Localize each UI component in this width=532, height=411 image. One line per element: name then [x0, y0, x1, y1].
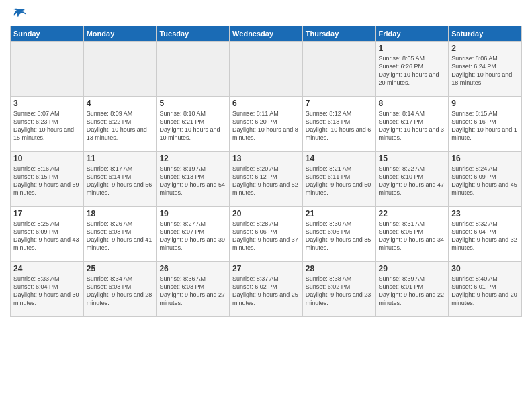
header — [10, 7, 522, 20]
calendar-week-4: 17Sunrise: 8:25 AM Sunset: 6:09 PM Dayli… — [11, 206, 522, 261]
col-header-saturday: Saturday — [449, 26, 522, 41]
day-info: Sunrise: 8:21 AM Sunset: 6:11 PM Dayligh… — [306, 165, 373, 197]
calendar-cell — [230, 41, 303, 96]
day-number: 25 — [87, 264, 154, 273]
calendar-cell — [302, 41, 375, 96]
calendar-cell: 30Sunrise: 8:40 AM Sunset: 6:01 PM Dayli… — [449, 261, 522, 316]
day-number: 27 — [232, 264, 300, 273]
day-number: 12 — [159, 154, 226, 163]
day-info: Sunrise: 8:28 AM Sunset: 6:06 PM Dayligh… — [232, 220, 300, 253]
day-number: 8 — [379, 99, 446, 108]
calendar-cell — [157, 41, 230, 96]
day-number: 23 — [451, 209, 519, 218]
day-info: Sunrise: 8:19 AM Sunset: 6:13 PM Dayligh… — [159, 165, 226, 197]
calendar-header-row: SundayMondayTuesdayWednesdayThursdayFrid… — [11, 26, 522, 41]
day-info: Sunrise: 8:09 AM Sunset: 6:22 PM Dayligh… — [87, 109, 154, 142]
day-number: 7 — [306, 99, 373, 108]
day-number: 30 — [451, 264, 519, 273]
logo — [10, 7, 26, 20]
day-info: Sunrise: 8:32 AM Sunset: 6:04 PM Dayligh… — [451, 220, 519, 253]
col-header-friday: Friday — [375, 26, 449, 41]
calendar-cell: 20Sunrise: 8:28 AM Sunset: 6:06 PM Dayli… — [230, 206, 303, 261]
calendar-cell: 5Sunrise: 8:10 AM Sunset: 6:21 PM Daylig… — [157, 96, 230, 151]
day-info: Sunrise: 8:06 AM Sunset: 6:24 PM Dayligh… — [451, 54, 519, 87]
day-number: 26 — [159, 264, 226, 273]
logo-bird-icon — [11, 8, 26, 20]
page: SundayMondayTuesdayWednesdayThursdayFrid… — [0, 0, 532, 411]
day-info: Sunrise: 8:36 AM Sunset: 6:03 PM Dayligh… — [159, 275, 226, 308]
calendar-cell: 12Sunrise: 8:19 AM Sunset: 6:13 PM Dayli… — [157, 151, 230, 206]
calendar-cell: 28Sunrise: 8:38 AM Sunset: 6:02 PM Dayli… — [302, 261, 375, 316]
calendar-cell: 27Sunrise: 8:37 AM Sunset: 6:02 PM Dayli… — [230, 261, 303, 316]
day-number: 19 — [159, 209, 226, 218]
day-number: 29 — [379, 264, 446, 273]
calendar-cell: 4Sunrise: 8:09 AM Sunset: 6:22 PM Daylig… — [83, 96, 157, 151]
calendar-cell: 14Sunrise: 8:21 AM Sunset: 6:11 PM Dayli… — [302, 151, 375, 206]
calendar-cell: 23Sunrise: 8:32 AM Sunset: 6:04 PM Dayli… — [449, 206, 522, 261]
day-number: 14 — [306, 154, 373, 163]
calendar-week-2: 3Sunrise: 8:07 AM Sunset: 6:23 PM Daylig… — [11, 96, 522, 151]
day-number: 4 — [87, 99, 154, 108]
calendar-cell: 22Sunrise: 8:31 AM Sunset: 6:05 PM Dayli… — [375, 206, 449, 261]
day-number: 18 — [87, 209, 154, 218]
col-header-tuesday: Tuesday — [157, 26, 230, 41]
day-number: 24 — [13, 264, 81, 273]
day-info: Sunrise: 8:11 AM Sunset: 6:20 PM Dayligh… — [232, 109, 300, 142]
day-number: 28 — [306, 264, 373, 273]
day-info: Sunrise: 8:26 AM Sunset: 6:08 PM Dayligh… — [87, 220, 154, 253]
day-info: Sunrise: 8:14 AM Sunset: 6:17 PM Dayligh… — [379, 109, 446, 142]
day-info: Sunrise: 8:38 AM Sunset: 6:02 PM Dayligh… — [306, 275, 373, 308]
day-info: Sunrise: 8:24 AM Sunset: 6:09 PM Dayligh… — [451, 165, 519, 197]
calendar-cell: 9Sunrise: 8:15 AM Sunset: 6:16 PM Daylig… — [449, 96, 522, 151]
day-number: 13 — [232, 154, 300, 163]
calendar-cell — [11, 41, 84, 96]
day-info: Sunrise: 8:37 AM Sunset: 6:02 PM Dayligh… — [232, 275, 300, 308]
day-info: Sunrise: 8:22 AM Sunset: 6:10 PM Dayligh… — [379, 165, 446, 197]
calendar-cell: 18Sunrise: 8:26 AM Sunset: 6:08 PM Dayli… — [83, 206, 157, 261]
calendar-cell: 15Sunrise: 8:22 AM Sunset: 6:10 PM Dayli… — [375, 151, 449, 206]
calendar-cell: 16Sunrise: 8:24 AM Sunset: 6:09 PM Dayli… — [449, 151, 522, 206]
day-info: Sunrise: 8:40 AM Sunset: 6:01 PM Dayligh… — [451, 275, 519, 308]
day-info: Sunrise: 8:17 AM Sunset: 6:14 PM Dayligh… — [87, 165, 154, 197]
day-number: 1 — [379, 44, 446, 53]
calendar-cell: 29Sunrise: 8:39 AM Sunset: 6:01 PM Dayli… — [375, 261, 449, 316]
col-header-sunday: Sunday — [11, 26, 84, 41]
calendar-cell: 17Sunrise: 8:25 AM Sunset: 6:09 PM Dayli… — [11, 206, 84, 261]
day-number: 3 — [13, 99, 81, 108]
day-info: Sunrise: 8:31 AM Sunset: 6:05 PM Dayligh… — [379, 220, 446, 253]
calendar-cell: 3Sunrise: 8:07 AM Sunset: 6:23 PM Daylig… — [11, 96, 84, 151]
calendar-week-1: 1Sunrise: 8:05 AM Sunset: 6:26 PM Daylig… — [11, 41, 522, 96]
day-info: Sunrise: 8:34 AM Sunset: 6:03 PM Dayligh… — [87, 275, 154, 308]
day-number: 16 — [451, 154, 519, 163]
day-number: 20 — [232, 209, 300, 218]
calendar-cell: 1Sunrise: 8:05 AM Sunset: 6:26 PM Daylig… — [375, 41, 449, 96]
calendar-cell: 8Sunrise: 8:14 AM Sunset: 6:17 PM Daylig… — [375, 96, 449, 151]
day-info: Sunrise: 8:16 AM Sunset: 6:15 PM Dayligh… — [13, 165, 81, 197]
day-number: 11 — [87, 154, 154, 163]
day-number: 2 — [451, 44, 519, 53]
calendar-cell: 10Sunrise: 8:16 AM Sunset: 6:15 PM Dayli… — [11, 151, 84, 206]
calendar-cell: 7Sunrise: 8:12 AM Sunset: 6:18 PM Daylig… — [302, 96, 375, 151]
day-number: 9 — [451, 99, 519, 108]
day-number: 17 — [13, 209, 81, 218]
day-info: Sunrise: 8:39 AM Sunset: 6:01 PM Dayligh… — [379, 275, 446, 308]
calendar-cell: 19Sunrise: 8:27 AM Sunset: 6:07 PM Dayli… — [157, 206, 230, 261]
calendar-cell: 2Sunrise: 8:06 AM Sunset: 6:24 PM Daylig… — [449, 41, 522, 96]
day-info: Sunrise: 8:15 AM Sunset: 6:16 PM Dayligh… — [451, 109, 519, 142]
day-info: Sunrise: 8:27 AM Sunset: 6:07 PM Dayligh… — [159, 220, 226, 253]
day-info: Sunrise: 8:30 AM Sunset: 6:06 PM Dayligh… — [306, 220, 373, 253]
calendar-cell — [83, 41, 157, 96]
day-info: Sunrise: 8:12 AM Sunset: 6:18 PM Dayligh… — [306, 109, 373, 142]
col-header-wednesday: Wednesday — [230, 26, 303, 41]
calendar-week-3: 10Sunrise: 8:16 AM Sunset: 6:15 PM Dayli… — [11, 151, 522, 206]
col-header-thursday: Thursday — [302, 26, 375, 41]
calendar-cell: 25Sunrise: 8:34 AM Sunset: 6:03 PM Dayli… — [83, 261, 157, 316]
calendar-table: SundayMondayTuesdayWednesdayThursdayFrid… — [10, 26, 522, 317]
day-number: 10 — [13, 154, 81, 163]
logo-text — [10, 7, 26, 21]
calendar-cell: 24Sunrise: 8:33 AM Sunset: 6:04 PM Dayli… — [11, 261, 84, 316]
calendar-cell: 6Sunrise: 8:11 AM Sunset: 6:20 PM Daylig… — [230, 96, 303, 151]
calendar-cell: 11Sunrise: 8:17 AM Sunset: 6:14 PM Dayli… — [83, 151, 157, 206]
calendar-week-5: 24Sunrise: 8:33 AM Sunset: 6:04 PM Dayli… — [11, 261, 522, 316]
day-info: Sunrise: 8:20 AM Sunset: 6:12 PM Dayligh… — [232, 165, 300, 197]
